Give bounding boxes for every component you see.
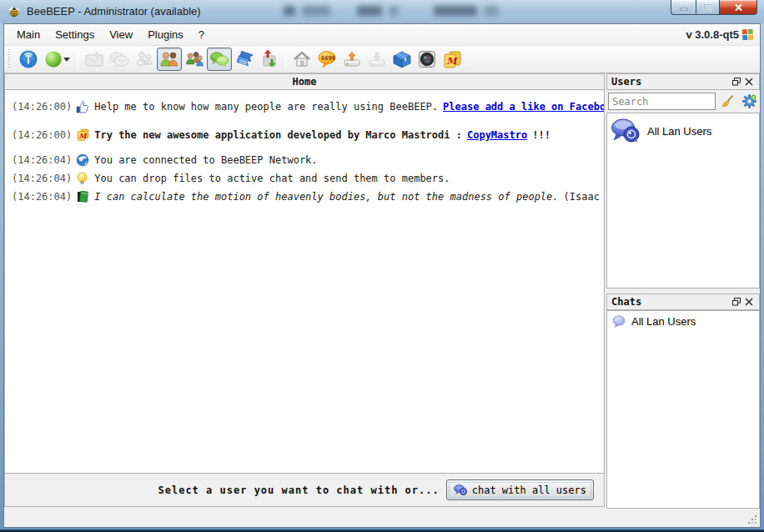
menu-view[interactable]: View [102, 26, 140, 43]
svg-text:M: M [79, 132, 88, 140]
float-panel-icon[interactable] [730, 76, 742, 88]
screenshot-button[interactable] [415, 48, 440, 71]
broadcast-icon [18, 49, 38, 69]
status-dropdown-caret[interactable] [63, 58, 70, 65]
message-text: You can drop files to active chat and se… [94, 173, 450, 185]
home-button[interactable] [289, 48, 314, 71]
status-button[interactable] [41, 48, 74, 71]
load-chat-button [364, 48, 390, 71]
toolbar: 66 99 [4, 46, 760, 73]
clear-search-button[interactable] [717, 93, 737, 110]
show-users-button[interactable] [157, 48, 182, 71]
list-item-all-lan-users-chat[interactable]: All Lan Users [607, 311, 759, 332]
svg-text:66: 66 [321, 55, 328, 62]
show-groups-button[interactable] [182, 48, 207, 71]
menu-bar: Main Settings View Plugins ? v 3.0.8-qt5 [4, 24, 760, 46]
status-bar [4, 509, 760, 527]
window-controls [671, 0, 757, 15]
status-available-icon [44, 50, 63, 68]
svg-text:99: 99 [329, 55, 335, 62]
menu-plugins[interactable]: Plugins [140, 26, 191, 43]
plugins-box-button[interactable] [390, 48, 415, 71]
aero-reflection [302, 6, 330, 16]
status-message-button[interactable]: 66 99 [314, 48, 339, 71]
select-user-prompt: Select a user you want to chat with or..… [158, 484, 440, 496]
lan-chat-bubbles-icon [611, 118, 641, 144]
home-tab-title: Home [293, 76, 317, 88]
close-panel-icon[interactable] [742, 76, 755, 88]
gear-plus-icon [742, 94, 756, 108]
list-item-all-lan-users[interactable]: All Lan Users [607, 113, 759, 148]
copymastro-link[interactable]: CopyMastro [467, 129, 527, 142]
chat-bubble-icon [612, 315, 626, 328]
aero-reflection [484, 6, 499, 16]
menu-settings[interactable]: Settings [48, 26, 102, 43]
broom-icon [721, 94, 735, 108]
tip-bulb-icon [76, 172, 89, 185]
chat-bubbles-gray-icon [109, 49, 129, 69]
toolbar-drag-handle[interactable] [8, 49, 13, 69]
search-input[interactable] [608, 93, 716, 110]
users-list: All Lan Users [606, 113, 760, 289]
new-message-button [82, 48, 107, 71]
toolbar-separator [285, 49, 286, 69]
facebook-like-link[interactable]: Please add a like on Facebook. [443, 101, 605, 113]
message-text: I can calculate the motion of heavenly b… [94, 191, 558, 203]
bee-app-icon [8, 5, 21, 18]
float-panel-icon[interactable] [730, 296, 742, 309]
activities-button[interactable] [232, 48, 257, 71]
message-text: Try the new awesome application develope… [94, 129, 462, 142]
content-area: Home (14:26:00) Help me to know how many… [4, 73, 760, 509]
menu-help[interactable]: ? [191, 26, 212, 43]
message-timestamp: (14:26:04) [12, 173, 72, 185]
chat-message: (14:26:04) You are connected to BeeBEEP … [12, 153, 597, 167]
chat-view[interactable]: (14:26:00) Help me to know how many peop… [4, 90, 605, 474]
facebook-like-icon [76, 100, 89, 113]
scroll-icon [234, 49, 254, 69]
message-timestamp: (14:26:04) [12, 191, 72, 203]
chat-message: (14:26:04) I can calculate the motion of… [12, 190, 597, 203]
user-settings-button[interactable] [739, 93, 759, 110]
maximize-button[interactable] [696, 0, 720, 15]
chat-bubbles-blue-icon [454, 484, 468, 496]
create-group-button [132, 48, 157, 71]
save-chat-button[interactable] [339, 48, 364, 71]
aero-reflection [284, 6, 295, 16]
users-panel: Users [606, 73, 760, 289]
toolbar-separator [78, 49, 78, 69]
menu-main[interactable]: Main [9, 26, 48, 43]
chat-message: (14:26:00) M Try the new awesome applica… [12, 128, 597, 142]
package-box-icon [392, 49, 412, 69]
message-timestamp: (14:26:00) [12, 101, 72, 113]
copymastro-button[interactable]: M [440, 48, 465, 71]
chat-with-all-users-button[interactable]: chat with all users [446, 479, 594, 500]
main-panel: Home (14:26:00) Help me to know how many… [4, 73, 605, 507]
minimize-button[interactable] [671, 0, 696, 15]
close-panel-icon[interactable] [742, 296, 755, 309]
users-pair-icon [159, 49, 179, 69]
user-item-label: All Lan Users [647, 125, 711, 138]
chat-with-all-users-label: chat with all users [472, 484, 586, 496]
message-suffix: !!! [532, 129, 550, 142]
close-button[interactable] [720, 0, 757, 15]
show-chats-button[interactable] [207, 48, 232, 71]
network-activity-button[interactable] [16, 48, 41, 71]
copymastro-icon: M [442, 49, 462, 69]
chat-bubbles-green-icon [209, 49, 229, 69]
message-text: Help me to know how many people are real… [94, 101, 438, 113]
copymastro-icon: M [76, 128, 89, 142]
titlebar[interactable]: BeeBEEP - Administrator (available) [0, 0, 764, 23]
resize-grip[interactable] [747, 514, 758, 525]
aero-reflection [357, 6, 382, 16]
users-search-row [606, 90, 760, 113]
quote-book-icon [76, 190, 89, 203]
client-area: Main Settings View Plugins ? v 3.0.8-qt5 [3, 23, 761, 528]
file-transfers-button[interactable] [257, 48, 282, 71]
network-globe-icon [76, 153, 89, 167]
dock-column: Users [606, 73, 760, 509]
message-timestamp: (14:26:04) [12, 154, 72, 167]
beebeep-window: BeeBEEP - Administrator (available) Main… [0, 0, 764, 532]
add-group-icon [134, 49, 154, 69]
svg-text:M: M [446, 56, 458, 67]
chat-message: (14:26:00) Help me to know how many peop… [12, 100, 597, 113]
